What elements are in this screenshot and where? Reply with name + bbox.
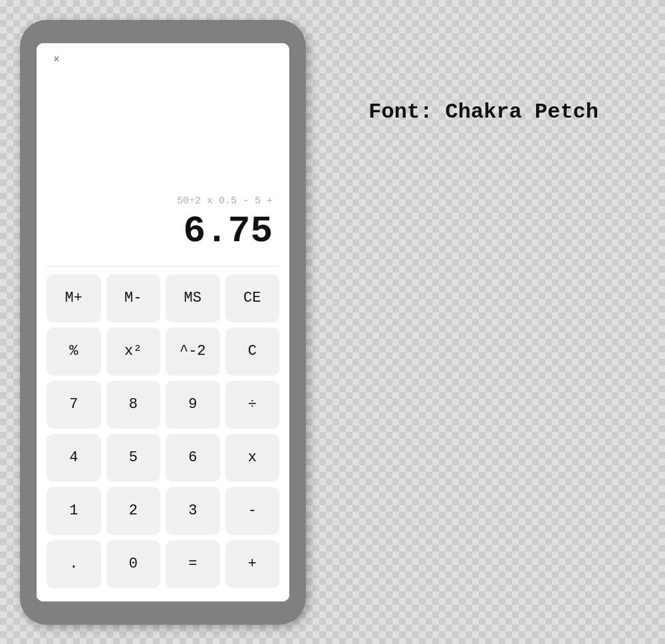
key-inverse[interactable]: ^-2 — [166, 328, 220, 376]
font-label: Font: Chakra Petch — [368, 100, 598, 124]
key-divide[interactable]: ÷ — [225, 381, 280, 429]
key-subtract[interactable]: - — [225, 487, 280, 535]
keypad-row-6: . 0 = + — [47, 540, 279, 588]
key-percent[interactable]: % — [47, 328, 101, 376]
key-3[interactable]: 3 — [166, 487, 220, 535]
key-8[interactable]: 8 — [106, 381, 161, 429]
keypad-row-3: 7 8 9 ÷ — [47, 381, 279, 429]
key-m-plus[interactable]: M+ — [47, 274, 101, 322]
keypad-row-2: % x² ^-2 C — [47, 328, 279, 376]
key-5[interactable]: 5 — [106, 434, 161, 482]
key-c[interactable]: C — [225, 328, 280, 376]
display-area: 50÷2 x 0.5 - 5 + 6.75 — [37, 73, 289, 266]
keypad-row-4: 4 5 6 x — [47, 434, 279, 482]
key-decimal[interactable]: . — [47, 540, 101, 588]
title-bar: × — [37, 43, 289, 73]
key-multiply[interactable]: x — [225, 434, 280, 482]
keypad-row-1: M+ M- MS CE — [47, 274, 279, 322]
calculator-screen: × 50÷2 x 0.5 - 5 + 6.75 M+ M- MS CE % x²… — [37, 43, 289, 601]
key-ce[interactable]: CE — [225, 274, 280, 322]
key-2[interactable]: 2 — [106, 487, 161, 535]
key-m-minus[interactable]: M- — [106, 274, 161, 322]
close-button[interactable]: × — [50, 53, 63, 66]
key-1[interactable]: 1 — [47, 487, 101, 535]
keypad-row-5: 1 2 3 - — [47, 487, 279, 535]
key-7[interactable]: 7 — [47, 381, 101, 429]
phone-frame: × 50÷2 x 0.5 - 5 + 6.75 M+ M- MS CE % x²… — [20, 20, 306, 625]
key-4[interactable]: 4 — [47, 434, 101, 482]
key-6[interactable]: 6 — [166, 434, 220, 482]
key-9[interactable]: 9 — [166, 381, 220, 429]
result-display: 6.75 — [184, 210, 273, 253]
keypad: M+ M- MS CE % x² ^-2 C 7 8 9 ÷ 4 5 6 x — [37, 267, 289, 601]
key-add[interactable]: + — [225, 540, 280, 588]
key-ms[interactable]: MS — [166, 274, 220, 322]
key-square[interactable]: x² — [106, 328, 161, 376]
expression-display: 50÷2 x 0.5 - 5 + — [177, 195, 273, 207]
key-0[interactable]: 0 — [106, 540, 161, 588]
key-equals[interactable]: = — [166, 540, 220, 588]
